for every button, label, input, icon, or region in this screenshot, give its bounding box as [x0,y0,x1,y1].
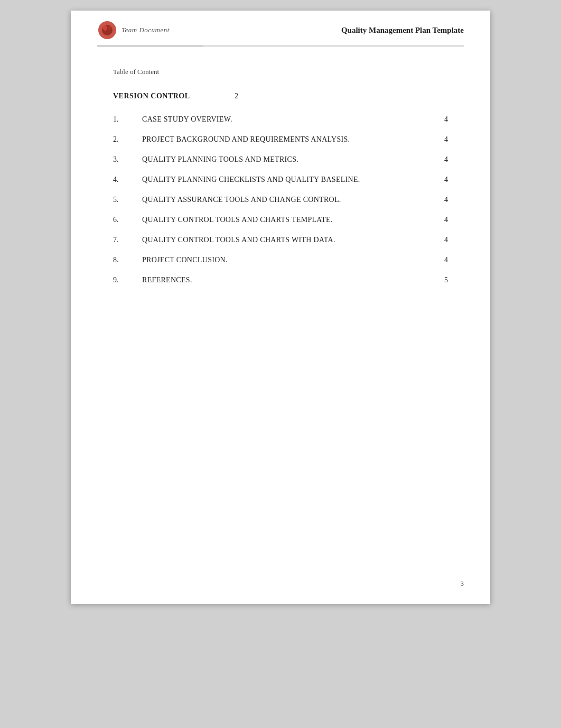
toc-page-9: 5 [437,276,448,284]
toc-number-2: 2. [113,135,142,144]
toc-item-8: 8. PROJECT CONCLUSION. 4 [113,256,448,264]
toc-item-7: 7. QUALITY CONTROL TOOLS AND CHARTS WITH… [113,236,448,244]
version-control-row: VERSION CONTROL 2 [113,92,448,100]
toc-item-3: 3. QUALITY PLANNING TOOLS AND METRICS. 4 [113,155,448,164]
svg-point-3 [108,25,111,30]
toc-number-9: 9. [113,276,142,284]
logo-text: Team Document [121,26,170,34]
toc-page-8: 4 [437,256,448,264]
header-rule [97,45,464,47]
toc-page-5: 4 [437,196,448,204]
document-page: Team Document Quality Management Plan Te… [71,11,490,604]
toc-number-3: 3. [113,155,142,164]
toc-number-5: 5. [113,196,142,204]
toc-item-4: 4. QUALITY PLANNING CHECKLISTS AND QUALI… [113,176,448,184]
toc-page-7: 4 [437,236,448,244]
page-number: 3 [461,579,464,588]
toc-item-1: 1. CASE STUDY OVERVIEW. 4 [113,115,448,124]
page-content: Table of Content VERSION CONTROL 2 1. CA… [71,47,490,317]
toc-text-4: QUALITY PLANNING CHECKLISTS AND QUALITY … [142,176,432,184]
toc-list: 1. CASE STUDY OVERVIEW. 4 2. PROJECT BAC… [113,115,448,284]
toc-page-6: 4 [437,216,448,224]
document-title: Quality Management Plan Template [341,26,464,35]
toc-page-3: 4 [437,155,448,164]
toc-number-1: 1. [113,115,142,124]
toc-text-5: QUALITY ASSURANCE TOOLS AND CHANGE CONTR… [142,196,432,204]
toc-number-7: 7. [113,236,142,244]
page-header: Team Document Quality Management Plan Te… [71,11,490,40]
toc-page-4: 4 [437,176,448,184]
toc-number-6: 6. [113,216,142,224]
version-control-label: VERSION CONTROL [113,92,229,100]
logo-icon [97,20,117,40]
rule-left [97,45,203,47]
toc-text-3: QUALITY PLANNING TOOLS AND METRICS. [142,155,432,164]
toc-item-5: 5. QUALITY ASSURANCE TOOLS AND CHANGE CO… [113,196,448,204]
toc-text-8: PROJECT CONCLUSION. [142,256,432,264]
svg-point-2 [103,25,107,31]
toc-item-2: 2. PROJECT BACKGROUND AND REQUIREMENTS A… [113,135,448,144]
logo-area: Team Document [97,20,170,40]
toc-text-9: REFERENCES. [142,276,432,284]
toc-text-6: QUALITY CONTROL TOOLS AND CHARTS TEMPLAT… [142,216,432,224]
toc-text-7: QUALITY CONTROL TOOLS AND CHARTS WITH DA… [142,236,432,244]
toc-item-6: 6. QUALITY CONTROL TOOLS AND CHARTS TEMP… [113,216,448,224]
toc-page-2: 4 [437,135,448,144]
toc-number-4: 4. [113,176,142,184]
toc-label: Table of Content [113,68,448,76]
toc-page-1: 4 [437,115,448,124]
toc-number-8: 8. [113,256,142,264]
version-control-page: 2 [235,92,238,100]
rule-right [203,45,464,47]
toc-item-9: 9. REFERENCES. 5 [113,276,448,284]
toc-text-1: CASE STUDY OVERVIEW. [142,115,432,124]
toc-text-2: PROJECT BACKGROUND AND REQUIREMENTS ANAL… [142,135,432,144]
